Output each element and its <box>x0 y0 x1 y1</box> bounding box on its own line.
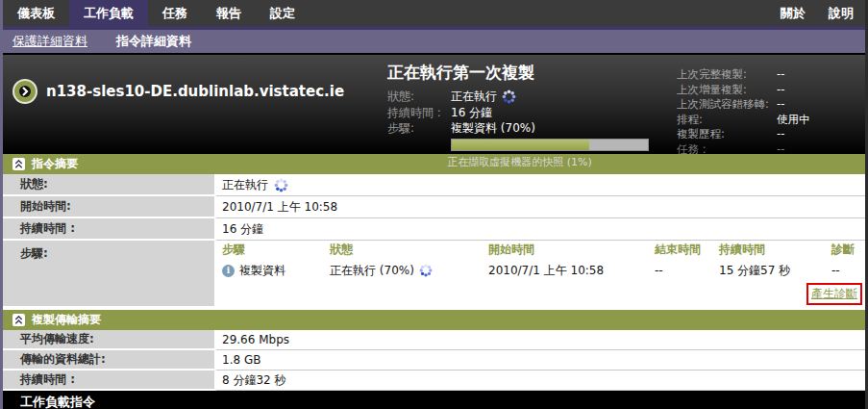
collapse-icon[interactable] <box>12 314 25 326</box>
app-window: 儀表板 工作負載 任務 報告 設定 關於 說明 保護詳細資料 指令詳細資料 n1… <box>0 0 868 409</box>
step-end: -- <box>655 264 719 277</box>
status-value: 正在執行 <box>451 89 497 105</box>
tasks-value: -- <box>777 142 784 158</box>
workload-host: n138-sles10-DE.dublinlab.vistatec.ie <box>14 81 344 102</box>
step-duration: 15 分鐘57 秒 <box>719 263 831 279</box>
top-nav: 儀表板 工作負載 任務 報告 設定 關於 說明 <box>3 0 865 26</box>
status-label: 狀態: <box>387 89 451 105</box>
steps-table: 步驟 狀態 開始時間 結束時間 持續時間 診斷 i 複製資料 正在執行 (70%… <box>216 241 865 305</box>
summary-duration-label: 持續時間 : <box>3 218 216 241</box>
duration-label: 持續時間 : <box>387 105 451 121</box>
progress-fill <box>452 140 589 150</box>
schedule-label: 排程: <box>677 113 777 128</box>
annotation-highlight-box: 產生診斷 <box>806 283 862 305</box>
avg-speed-value: 29.66 Mbps <box>216 330 865 350</box>
generate-diagnostics-link[interactable]: 產生診斷 <box>811 287 857 300</box>
info-icon: i <box>222 265 235 277</box>
progress-note: 正在擷取虛擬機器的快照 (1%) <box>387 155 652 169</box>
spinner-icon <box>274 178 288 192</box>
transfer-summary-header: 複製傳輸摘要 <box>3 310 865 330</box>
workload-commands-title: 工作負載指令 <box>20 394 95 409</box>
total-data-label: 傳輸的資料總計: <box>3 350 216 371</box>
step-value: 複製資料 (70%) <box>451 120 535 137</box>
help-link[interactable]: 說明 <box>817 0 865 26</box>
total-data-value: 1.8 GB <box>216 350 865 371</box>
summary-status-value: 正在執行 <box>222 177 268 193</box>
tab-dashboard[interactable]: 儀表板 <box>3 0 69 26</box>
col-diagnostics: 診斷 <box>831 242 865 258</box>
command-summary-title: 指令摘要 <box>32 156 78 172</box>
about-link[interactable]: 關於 <box>769 0 817 26</box>
collapse-icon[interactable] <box>12 158 25 170</box>
replication-history-value: -- <box>777 127 784 142</box>
workload-arrow-icon <box>14 81 36 102</box>
tasks-label: 任務 : <box>677 142 777 158</box>
summary-duration-value: 16 分鐘 <box>216 218 865 241</box>
summary-start-label: 開始時間: <box>3 196 216 218</box>
last-incremental-value: -- <box>777 83 784 98</box>
step-status: 正在執行 (70%) <box>330 263 414 279</box>
steps-table-header: 步驟 狀態 開始時間 結束時間 持續時間 診斷 <box>216 241 865 259</box>
last-test-failover-value: -- <box>777 97 784 113</box>
replication-history-label: 複製歷程: <box>677 127 777 142</box>
col-start: 開始時間 <box>488 242 655 258</box>
steps-table-row: i 複製資料 正在執行 (70%) 2010/7/1 上午 10:58 -- 1 <box>216 259 865 282</box>
sub-nav: 保護詳細資料 指令詳細資料 <box>3 30 865 53</box>
transfer-duration-label: 持續時間 : <box>3 371 216 391</box>
duration-value: 16 分鐘 <box>451 105 492 121</box>
step-label: 步驟: <box>387 120 451 137</box>
workload-hostname: n138-sles10-DE.dublinlab.vistatec.ie <box>46 83 344 100</box>
summary-start-value: 2010/7/1 上午 10:58 <box>216 196 865 218</box>
transfer-summary-title: 複製傳輸摘要 <box>32 312 101 328</box>
workload-header: n138-sles10-DE.dublinlab.vistatec.ie 正在執… <box>3 53 865 154</box>
last-full-value: -- <box>777 67 784 83</box>
workload-commands-bar: 工作負載指令 <box>3 391 865 409</box>
replication-progress-bar <box>451 139 649 151</box>
step-start: 2010/7/1 上午 10:58 <box>488 263 655 279</box>
tab-workloads[interactable]: 工作負載 <box>69 0 148 26</box>
avg-speed-label: 平均傳輸速度: <box>3 330 216 350</box>
step-diagnostics: -- <box>831 264 865 277</box>
schedule-value: 使用中 <box>777 113 810 128</box>
last-test-failover-label: 上次測試容錯移轉: <box>677 97 777 113</box>
step-name: 複製資料 <box>239 263 285 279</box>
col-end: 結束時間 <box>655 242 719 258</box>
nav-spacer <box>310 0 769 26</box>
spinner-icon <box>419 264 433 277</box>
steps-label: 步驟: <box>3 241 216 308</box>
summary-status-label: 狀態: <box>3 174 216 196</box>
replication-status-panel: 正在執行第一次複製 狀態: 正在執行 持續時間 : 16 分鐘 步驟: <box>387 62 676 169</box>
protection-details-link[interactable]: 保護詳細資料 <box>12 33 87 50</box>
col-step: 步驟 <box>222 242 330 258</box>
tab-settings[interactable]: 設定 <box>256 0 310 26</box>
last-incremental-label: 上次增量複製: <box>677 83 777 98</box>
page-title: 正在執行第一次複製 <box>387 62 676 84</box>
last-full-label: 上次完整複製: <box>677 67 777 83</box>
col-status: 狀態 <box>330 242 488 258</box>
tab-tasks[interactable]: 任務 <box>148 0 202 26</box>
transfer-duration-value: 8 分鐘32 秒 <box>216 371 865 391</box>
spinner-icon <box>502 89 516 104</box>
replication-stats-panel: 上次完整複製:-- 上次增量複製:-- 上次測試容錯移轉:-- 排程:使用中 複… <box>677 67 861 157</box>
command-details-link[interactable]: 指令詳細資料 <box>116 33 191 50</box>
col-duration: 持續時間 <box>719 242 831 258</box>
tab-reports[interactable]: 報告 <box>202 0 256 26</box>
